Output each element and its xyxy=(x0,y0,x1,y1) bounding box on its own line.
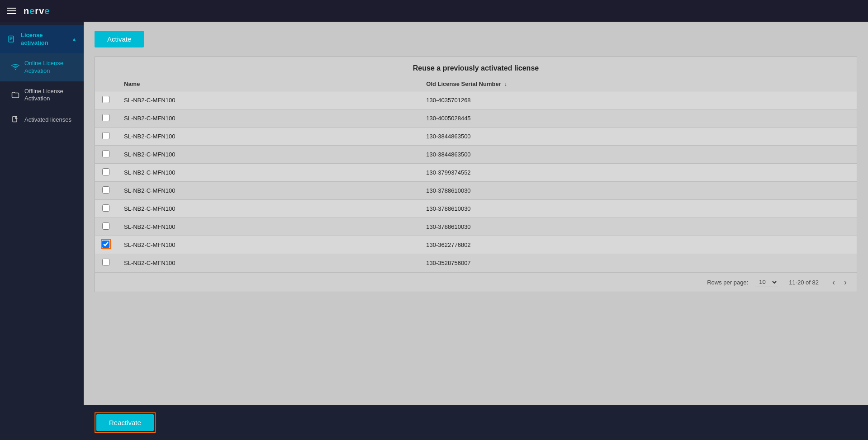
table-row: SL-NB2-C-MFN100130-4005028445 xyxy=(95,109,857,128)
row-serial: 130-3622776802 xyxy=(419,236,857,254)
checkbox-cell xyxy=(95,109,117,128)
app-logo: nerve xyxy=(24,6,50,16)
checkbox-cell xyxy=(95,182,117,200)
content-area: Activate Reuse a previously activated li… xyxy=(84,22,868,440)
row-name: SL-NB2-C-MFN100 xyxy=(117,182,419,200)
checkbox-cell xyxy=(95,236,117,254)
row-name: SL-NB2-C-MFN100 xyxy=(117,218,419,236)
sidebar-item-offline-license[interactable]: Offline License Activation xyxy=(0,81,84,109)
checkbox-cell xyxy=(95,200,117,218)
row-serial: 130-3528756007 xyxy=(419,254,857,272)
reactivate-button[interactable]: Reactivate xyxy=(96,414,154,431)
row-serial: 130-3844863500 xyxy=(419,146,857,164)
sort-down-icon[interactable]: ↓ xyxy=(504,81,507,87)
row-name: SL-NB2-C-MFN100 xyxy=(117,164,419,182)
rows-per-page-label: Rows per page: xyxy=(707,279,748,286)
content-inner: Activate Reuse a previously activated li… xyxy=(84,22,868,405)
main-layout: License activation ▲ Online License Acti… xyxy=(0,22,868,440)
wifi-icon xyxy=(11,63,20,72)
table-row: SL-NB2-C-MFN100130-3788610030 xyxy=(95,182,857,200)
pagination-prev-button[interactable]: ‹ xyxy=(830,278,838,287)
row-serial: 130-3844863500 xyxy=(419,128,857,146)
table-body: SL-NB2-C-MFN100130-4035701268SL-NB2-C-MF… xyxy=(95,91,857,272)
row-checkbox[interactable] xyxy=(102,150,109,157)
header-checkbox-cell xyxy=(95,77,117,91)
checkbox-cell xyxy=(95,254,117,272)
row-checkbox[interactable] xyxy=(102,241,109,248)
row-name: SL-NB2-C-MFN100 xyxy=(117,200,419,218)
reactivate-button-wrapper: Reactivate xyxy=(95,412,156,433)
table-row: SL-NB2-C-MFN100130-3528756007 xyxy=(95,254,857,272)
row-name: SL-NB2-C-MFN100 xyxy=(117,128,419,146)
chevron-icon: ▲ xyxy=(72,37,76,42)
checkbox-cell xyxy=(95,164,117,182)
table-title: Reuse a previously activated license xyxy=(95,57,857,77)
row-checkbox[interactable] xyxy=(102,204,109,212)
header-name: Name xyxy=(117,77,419,91)
svg-rect-0 xyxy=(9,36,14,42)
checkbox-cell xyxy=(95,146,117,164)
row-name: SL-NB2-C-MFN100 xyxy=(117,109,419,128)
rows-per-page-select[interactable]: 10 25 50 xyxy=(755,277,778,287)
licenses-table: Name Old License Serial Number ↓ SL-NB2-… xyxy=(95,77,857,272)
checkbox-cell xyxy=(95,91,117,109)
folder-icon xyxy=(11,90,20,99)
row-serial: 130-4005028445 xyxy=(419,109,857,128)
row-checkbox[interactable] xyxy=(102,168,109,175)
bottom-bar: Reactivate xyxy=(84,405,868,440)
file-icon xyxy=(11,115,20,124)
sidebar-label-activated-licenses: Activated licenses xyxy=(24,116,71,124)
activate-button[interactable]: Activate xyxy=(95,31,144,47)
svg-point-4 xyxy=(15,69,16,70)
row-checkbox[interactable] xyxy=(102,132,109,139)
table-header-row: Name Old License Serial Number ↓ xyxy=(95,77,857,91)
checkbox-cell xyxy=(95,128,117,146)
row-checkbox[interactable] xyxy=(102,114,109,121)
row-checkbox[interactable] xyxy=(102,222,109,230)
row-serial: 130-3788610030 xyxy=(419,218,857,236)
table-row: SL-NB2-C-MFN100130-3844863500 xyxy=(95,146,857,164)
checkbox-cell xyxy=(95,218,117,236)
table-container: Reuse a previously activated license Nam… xyxy=(95,57,857,292)
row-checkbox[interactable] xyxy=(102,96,109,103)
table-row: SL-NB2-C-MFN100130-3844863500 xyxy=(95,128,857,146)
row-serial: 130-3799374552 xyxy=(419,164,857,182)
row-serial: 130-3788610030 xyxy=(419,200,857,218)
row-name: SL-NB2-C-MFN100 xyxy=(117,254,419,272)
pagination-next-button[interactable]: › xyxy=(841,278,849,287)
svg-rect-5 xyxy=(13,117,17,122)
sidebar-label-license-activation: License activation xyxy=(21,32,67,47)
table-row: SL-NB2-C-MFN100130-3788610030 xyxy=(95,200,857,218)
table-row: SL-NB2-C-MFN100130-4035701268 xyxy=(95,91,857,109)
header-serial: Old License Serial Number ↓ xyxy=(419,77,857,91)
row-serial: 130-4035701268 xyxy=(419,91,857,109)
table-row: SL-NB2-C-MFN100130-3622776802 xyxy=(95,236,857,254)
row-name: SL-NB2-C-MFN100 xyxy=(117,91,419,109)
top-header: nerve xyxy=(0,0,868,22)
pagination-row: Rows per page: 10 25 50 11-20 of 82 ‹ › xyxy=(95,272,857,292)
sidebar-item-online-license[interactable]: Online License Activation xyxy=(0,53,84,81)
row-name: SL-NB2-C-MFN100 xyxy=(117,146,419,164)
table-row: SL-NB2-C-MFN100130-3799374552 xyxy=(95,164,857,182)
pagination-info: 11-20 of 82 xyxy=(789,279,819,286)
sidebar-label-online-license: Online License Activation xyxy=(24,60,76,75)
table-row: SL-NB2-C-MFN100130-3788610030 xyxy=(95,218,857,236)
row-checkbox[interactable] xyxy=(102,259,109,266)
row-checkbox[interactable] xyxy=(102,186,109,194)
license-icon xyxy=(7,35,16,44)
sidebar: License activation ▲ Online License Acti… xyxy=(0,22,84,440)
sidebar-item-activated-licenses[interactable]: Activated licenses xyxy=(0,109,84,131)
row-name: SL-NB2-C-MFN100 xyxy=(117,236,419,254)
sidebar-label-offline-license: Offline License Activation xyxy=(24,88,76,103)
sidebar-item-license-activation[interactable]: License activation ▲ xyxy=(0,25,84,53)
row-serial: 130-3788610030 xyxy=(419,182,857,200)
hamburger-icon[interactable] xyxy=(7,8,16,14)
